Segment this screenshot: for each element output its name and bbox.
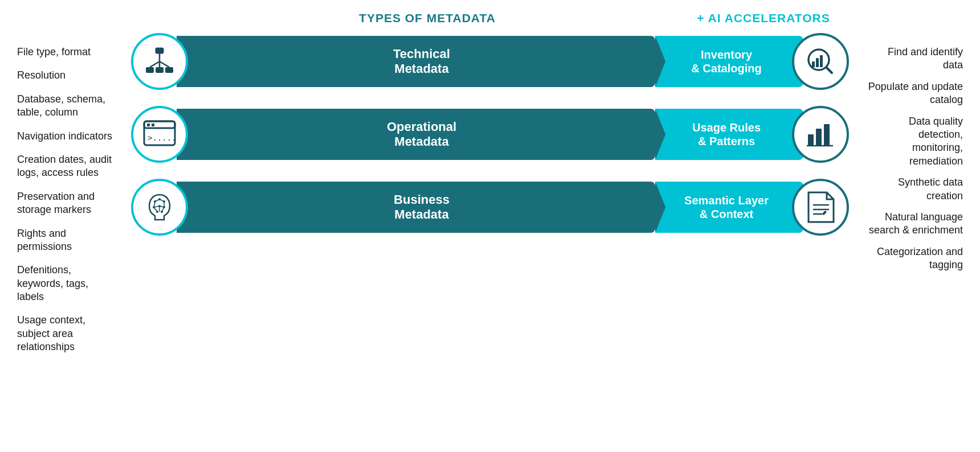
types-of-metadata-title: TYPES OF METADATA <box>188 11 689 25</box>
document-icon <box>805 190 836 224</box>
right-column: Find and identify data Populate and upda… <box>855 11 980 441</box>
svg-line-7 <box>160 61 169 67</box>
left-item-8: Defenitions, keywords, tags, labels <box>17 264 114 303</box>
semantic-layer-label: Semantic Layer& Context <box>684 194 769 221</box>
header-row: TYPES OF METADATA + AI ACCELERATORS <box>131 11 849 25</box>
operational-icon-circle: >....... <box>131 106 188 163</box>
left-item-3: Database, schema, table, column <box>17 93 114 120</box>
bar-chart-icon <box>805 118 836 150</box>
usage-rules-label: Usage Rules& Patterns <box>692 121 761 148</box>
svg-rect-2 <box>156 67 164 73</box>
operational-metadata-row: >....... OperationalMetadata Usage Rules… <box>131 106 849 163</box>
left-item-5: Creation dates, audit logs, access rules <box>17 153 114 180</box>
right-item-3: Data quality detection, monitoring, reme… <box>866 115 963 169</box>
svg-rect-17 <box>152 124 154 126</box>
svg-line-33 <box>154 206 160 207</box>
svg-rect-21 <box>824 124 830 146</box>
left-item-1: File type, format <box>17 46 114 59</box>
svg-line-32 <box>160 199 164 202</box>
semantic-layer-pill: Semantic Layer& Context <box>655 182 803 233</box>
network-icon <box>144 46 175 77</box>
svg-rect-9 <box>812 61 815 67</box>
left-column: File type, format Resolution Database, s… <box>0 11 125 441</box>
svg-text:>.......: >....... <box>148 133 176 142</box>
right-item-5: Natural language search & enrichment <box>866 211 963 237</box>
left-item-4: Navigation indicators <box>17 130 114 143</box>
right-item-1: Find and identify data <box>866 46 963 72</box>
left-item-9: Usage context, subject area relationship… <box>17 314 114 354</box>
business-metadata-row: BusinessMetadata Semantic Layer& Context <box>131 179 849 236</box>
right-item-6: Categorization and tagging <box>866 245 963 272</box>
left-item-6: Preservation and storage markers <box>17 190 114 217</box>
svg-line-5 <box>150 61 160 67</box>
svg-rect-1 <box>146 67 154 73</box>
usage-rules-pill: Usage Rules& Patterns <box>655 109 803 160</box>
svg-rect-43 <box>822 211 827 215</box>
ai-accelerators-title: + AI ACCELERATORS <box>689 11 849 25</box>
main-container: File type, format Resolution Database, s… <box>0 0 980 452</box>
inventory-icon-circle <box>792 33 849 90</box>
business-metadata-pill: BusinessMetadata <box>177 182 655 233</box>
svg-line-35 <box>154 202 155 207</box>
right-item-2: Populate and update catalog <box>866 80 963 107</box>
technical-metadata-row: TechnicalMetadata Inventory& Cataloging <box>131 33 849 90</box>
svg-line-38 <box>162 207 164 212</box>
svg-rect-19 <box>808 134 814 146</box>
svg-rect-10 <box>816 58 819 67</box>
left-item-2: Resolution <box>17 69 114 82</box>
svg-rect-0 <box>156 48 164 54</box>
svg-line-37 <box>154 207 157 212</box>
semantic-icon-circle <box>792 179 849 236</box>
operational-metadata-label: OperationalMetadata <box>387 120 456 150</box>
technical-metadata-pill: TechnicalMetadata <box>177 36 655 87</box>
business-metadata-label: BusinessMetadata <box>394 192 450 223</box>
brain-icon <box>142 190 177 224</box>
rows-wrapper: TechnicalMetadata Inventory& Cataloging <box>131 33 849 236</box>
svg-rect-20 <box>816 129 822 146</box>
svg-rect-3 <box>165 67 173 73</box>
usage-icon-circle <box>792 106 849 163</box>
svg-line-31 <box>155 199 160 202</box>
center-column: TYPES OF METADATA + AI ACCELERATORS <box>125 11 855 441</box>
business-icon-circle <box>131 179 188 236</box>
technical-icon-circle <box>131 33 188 90</box>
svg-rect-16 <box>147 124 150 126</box>
operational-metadata-pill: OperationalMetadata <box>177 109 655 160</box>
svg-rect-11 <box>820 55 823 67</box>
right-item-4: Synthetic data creation <box>866 176 963 203</box>
technical-metadata-label: TechnicalMetadata <box>393 47 450 77</box>
terminal-icon: >....... <box>143 120 176 149</box>
inventory-cataloging-pill: Inventory& Cataloging <box>655 36 803 87</box>
svg-line-12 <box>826 67 832 73</box>
chart-search-icon <box>803 44 838 79</box>
inventory-cataloging-label: Inventory& Cataloging <box>691 48 761 75</box>
svg-line-34 <box>160 206 164 207</box>
left-item-7: Rights and permissions <box>17 227 114 254</box>
